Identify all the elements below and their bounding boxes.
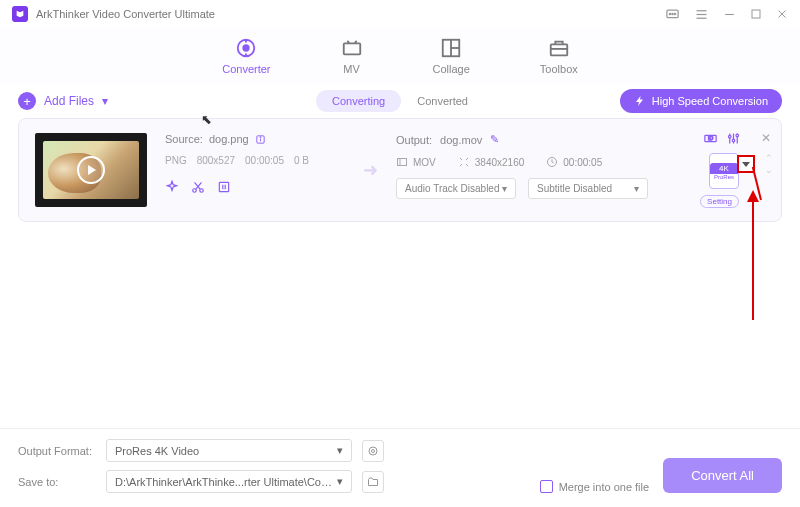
src-format: PNG — [165, 155, 187, 166]
save-to-label: Save to: — [18, 476, 96, 488]
svg-rect-8 — [752, 10, 760, 18]
titlebar: ArkThinker Video Converter Ultimate — [0, 0, 800, 28]
app-title: ArkThinker Video Converter Ultimate — [36, 8, 215, 20]
play-icon — [77, 156, 105, 184]
src-size: 0 B — [294, 155, 309, 166]
src-resolution: 800x527 — [197, 155, 235, 166]
tab-collage[interactable]: Collage — [433, 37, 470, 75]
audio-track-select[interactable]: Audio Track Disabled▾ — [396, 178, 516, 199]
high-speed-conversion-button[interactable]: High Speed Conversion — [620, 89, 782, 113]
svg-rect-25 — [398, 159, 407, 166]
compress-icon[interactable]: ID — [703, 131, 718, 146]
svg-point-37 — [372, 449, 375, 452]
settings-button[interactable]: Setting — [700, 195, 739, 208]
add-files-button[interactable]: + Add Files ▾ — [18, 92, 108, 110]
clock-icon — [546, 156, 558, 168]
open-folder-icon[interactable] — [362, 471, 384, 493]
svg-rect-13 — [343, 43, 360, 54]
source-label: Source: — [165, 133, 203, 145]
arrow-right-icon: ➜ — [363, 159, 378, 181]
svg-rect-17 — [551, 44, 568, 55]
output-format-select[interactable]: ProRes 4K Video▾ — [106, 439, 352, 462]
bottom-bar: Output Format: ProRes 4K Video▾ Save to:… — [0, 428, 800, 507]
svg-rect-24 — [219, 182, 228, 191]
remove-item-button[interactable]: ✕ — [761, 131, 771, 145]
move-up-icon[interactable]: ⌃ — [765, 153, 773, 163]
svg-point-35 — [736, 134, 739, 137]
svg-point-12 — [244, 45, 250, 51]
svg-point-34 — [732, 139, 735, 142]
format-badge[interactable]: 4K ProRes — [709, 153, 739, 189]
chevron-down-icon: ▾ — [502, 183, 507, 194]
save-to-select[interactable]: D:\ArkThinker\ArkThinke...rter Ultimate\… — [106, 470, 352, 493]
mv-icon — [341, 37, 363, 59]
source-filename: dog.png — [209, 133, 249, 145]
magic-icon[interactable] — [165, 180, 179, 194]
move-down-icon[interactable]: ⌄ — [765, 165, 773, 175]
output-filename: dog.mov — [440, 134, 482, 146]
svg-point-3 — [674, 13, 675, 14]
maximize-icon[interactable] — [750, 8, 762, 20]
subtab-converted[interactable]: Converted — [401, 90, 484, 112]
adjust-icon[interactable] — [726, 131, 741, 146]
main-tabs: Converter MV Collage Toolbox — [0, 28, 800, 84]
minimize-icon[interactable] — [723, 8, 736, 21]
svg-text:ID: ID — [708, 135, 713, 141]
film-icon — [396, 156, 408, 168]
cut-icon[interactable] — [191, 180, 205, 194]
chevron-down-icon: ▾ — [634, 183, 639, 194]
video-thumbnail[interactable] — [35, 133, 147, 207]
subtitle-select[interactable]: Subtitle Disabled▾ — [528, 178, 648, 199]
svg-point-21 — [260, 136, 261, 137]
chevron-down-icon: ▾ — [337, 475, 343, 488]
enhance-icon[interactable] — [217, 180, 231, 194]
annotation-arrow — [752, 200, 754, 320]
chevron-down-icon: ▾ — [337, 444, 343, 457]
output-label: Output: — [396, 134, 432, 146]
close-icon[interactable] — [776, 8, 788, 20]
output-format-label: Output Format: — [18, 445, 96, 457]
collage-icon — [440, 37, 462, 59]
chevron-down-icon: ▾ — [102, 94, 108, 108]
chat-icon[interactable] — [665, 7, 680, 22]
out-resolution: 3840x2160 — [475, 157, 525, 168]
toolbar: + Add Files ▾ Converting Converted High … — [0, 84, 800, 118]
out-format: MOV — [413, 157, 436, 168]
info-icon[interactable] — [255, 134, 266, 145]
edit-name-icon[interactable]: ✎ — [490, 133, 499, 146]
svg-point-2 — [672, 13, 673, 14]
app-logo — [12, 6, 28, 22]
tab-toolbox[interactable]: Toolbox — [540, 37, 578, 75]
checkbox-icon — [540, 480, 553, 493]
bolt-icon — [634, 95, 646, 107]
toolbox-icon — [548, 37, 570, 59]
subtab-converting[interactable]: Converting — [316, 90, 401, 112]
menu-icon[interactable] — [694, 7, 709, 22]
plus-icon: + — [18, 92, 36, 110]
resolution-icon — [458, 156, 470, 168]
tab-converter[interactable]: Converter — [222, 37, 270, 75]
format-settings-icon[interactable] — [362, 440, 384, 462]
tab-mv[interactable]: MV — [341, 37, 363, 75]
merge-checkbox[interactable]: Merge into one file — [540, 480, 650, 493]
svg-point-33 — [729, 135, 732, 138]
svg-point-36 — [369, 447, 377, 455]
convert-all-button[interactable]: Convert All — [663, 458, 782, 493]
converter-icon — [235, 37, 257, 59]
src-duration: 00:00:05 — [245, 155, 284, 166]
file-item: Source: dog.png PNG 800x527 00:00:05 0 B… — [18, 118, 782, 222]
svg-point-1 — [669, 13, 670, 14]
out-duration: 00:00:05 — [563, 157, 602, 168]
